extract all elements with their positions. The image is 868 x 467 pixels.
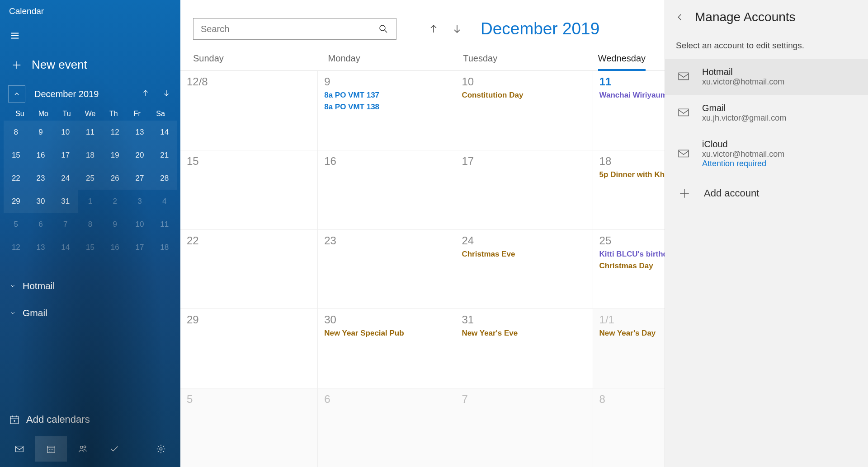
mini-day-cell[interactable]: 11	[78, 121, 103, 144]
account-attention[interactable]: Attention required	[702, 159, 784, 168]
mini-day-cell[interactable]: 11	[152, 213, 177, 236]
search-box[interactable]	[193, 18, 396, 40]
mini-day-cell[interactable]: 15	[4, 144, 28, 167]
mail-nav-button[interactable]	[4, 436, 35, 462]
mini-day-cell[interactable]: 16	[103, 236, 127, 259]
day-cell[interactable]: 98a PO VMT 1378a PO VMT 138	[318, 71, 455, 150]
mini-day-cell[interactable]: 25	[78, 167, 103, 190]
day-cell[interactable]: 17	[455, 150, 593, 229]
mini-day-cell[interactable]: 10	[127, 213, 152, 236]
back-icon[interactable]	[676, 13, 684, 21]
mini-day-cell[interactable]: 4	[152, 190, 177, 213]
mini-day-cell[interactable]: 29	[4, 190, 28, 213]
mini-day-cell[interactable]: 27	[127, 167, 152, 190]
calendar-event[interactable]: 8a PO VMT 138	[324, 103, 450, 112]
day-cell[interactable]: 7	[455, 388, 593, 467]
current-month-label[interactable]: December 2019	[481, 19, 599, 38]
mini-day-cell[interactable]: 14	[152, 121, 177, 144]
mini-next-button[interactable]	[160, 87, 172, 101]
day-cell[interactable]: 31New Year's Eve	[455, 309, 593, 388]
mini-day-cell[interactable]: 17	[53, 144, 78, 167]
arrow-up-icon	[428, 23, 439, 34]
calendar-event[interactable]: Christmas Eve	[462, 250, 588, 259]
mini-month-label[interactable]: December 2019	[25, 89, 140, 99]
mini-day-cell[interactable]: 13	[28, 236, 53, 259]
day-cell[interactable]: 12/8	[180, 71, 318, 150]
day-cell[interactable]: 23	[318, 230, 455, 308]
mini-day-cell[interactable]: 20	[127, 144, 152, 167]
month-nav	[424, 19, 467, 39]
new-event-button[interactable]: New event	[0, 46, 180, 85]
account-email: xu.victor@hotmail.com	[702, 77, 784, 87]
mini-day-cell[interactable]: 9	[103, 213, 127, 236]
search-input[interactable]	[201, 24, 378, 34]
day-cell[interactable]: 5	[180, 388, 318, 467]
mini-prev-button[interactable]	[140, 87, 151, 101]
new-event-label: New event	[32, 58, 87, 72]
prev-month-button[interactable]	[424, 19, 443, 39]
mini-dow-cell: Sa	[149, 110, 172, 118]
people-nav-button[interactable]	[67, 436, 99, 462]
day-cell[interactable]: 15	[180, 150, 318, 229]
mini-day-cell[interactable]: 12	[103, 121, 127, 144]
svg-point-4	[84, 446, 86, 448]
mini-day-cell[interactable]: 3	[127, 190, 152, 213]
mini-day-cell[interactable]: 10	[53, 121, 78, 144]
mini-day-cell[interactable]: 13	[127, 121, 152, 144]
day-cell[interactable]: 10Constitution Day	[455, 71, 593, 150]
next-month-button[interactable]	[447, 19, 467, 39]
hamburger-button[interactable]	[0, 23, 180, 46]
mini-day-cell[interactable]: 31	[53, 190, 78, 213]
day-cell[interactable]: 30New Year Special Pub	[318, 309, 455, 388]
calendar-nav-button[interactable]	[35, 436, 67, 462]
sidebar-account-item[interactable]: Hotmail	[0, 272, 180, 299]
account-item[interactable]: Hotmailxu.victor@hotmail.com	[665, 59, 868, 95]
calendar-event[interactable]: 8a PO VMT 137	[324, 91, 450, 100]
day-cell[interactable]: 29	[180, 309, 318, 388]
sidebar-accounts: HotmailGmail	[0, 259, 180, 327]
todo-nav-button[interactable]	[99, 436, 130, 462]
mini-day-cell[interactable]: 12	[4, 236, 28, 259]
mini-day-cell[interactable]: 21	[152, 144, 177, 167]
mini-day-cell[interactable]: 17	[127, 236, 152, 259]
add-account-button[interactable]: Add account	[665, 179, 868, 207]
manage-accounts-panel: Manage Accounts Select an account to edi…	[665, 0, 868, 467]
mini-day-cell[interactable]: 6	[28, 213, 53, 236]
day-cell[interactable]: 16	[318, 150, 455, 229]
account-item[interactable]: Gmailxu.jh.victor@gmail.com	[665, 95, 868, 131]
day-number: 17	[462, 155, 588, 168]
mini-collapse-button[interactable]	[8, 85, 25, 103]
mini-day-cell[interactable]: 28	[152, 167, 177, 190]
mini-day-cell[interactable]: 15	[78, 236, 103, 259]
mini-dow-cell: Th	[102, 110, 125, 118]
add-calendars-button[interactable]: Add calendars	[0, 408, 180, 431]
day-cell[interactable]: 6	[318, 388, 455, 467]
mini-day-cell[interactable]: 7	[53, 213, 78, 236]
calendar-event[interactable]: New Year's Eve	[462, 329, 588, 338]
day-cell[interactable]: 22	[180, 230, 318, 308]
mini-day-cell[interactable]: 24	[53, 167, 78, 190]
mini-day-cell[interactable]: 22	[4, 167, 28, 190]
sidebar-account-item[interactable]: Gmail	[0, 299, 180, 327]
mini-day-cell[interactable]: 18	[152, 236, 177, 259]
mini-day-cell[interactable]: 16	[28, 144, 53, 167]
mini-day-cell[interactable]: 23	[28, 167, 53, 190]
mini-day-cell[interactable]: 19	[103, 144, 127, 167]
mini-day-cell[interactable]: 9	[28, 121, 53, 144]
calendar-event[interactable]: New Year Special Pub	[324, 329, 450, 338]
mini-day-cell[interactable]: 18	[78, 144, 103, 167]
calendar-event[interactable]: Constitution Day	[462, 91, 588, 100]
chevron-up-icon	[13, 90, 20, 98]
mini-day-cell[interactable]: 2	[103, 190, 127, 213]
settings-nav-button[interactable]	[145, 436, 177, 462]
calendar-plus-icon	[9, 414, 20, 425]
account-item[interactable]: iCloudxu.victor@hotmail.comAttention req…	[665, 131, 868, 177]
mini-day-cell[interactable]: 26	[103, 167, 127, 190]
mini-day-cell[interactable]: 30	[28, 190, 53, 213]
mini-day-cell[interactable]: 5	[4, 213, 28, 236]
day-cell[interactable]: 24Christmas Eve	[455, 230, 593, 308]
mini-day-cell[interactable]: 8	[4, 121, 28, 144]
mini-day-cell[interactable]: 8	[78, 213, 103, 236]
mini-day-cell[interactable]: 14	[53, 236, 78, 259]
mini-day-cell[interactable]: 1	[78, 190, 103, 213]
